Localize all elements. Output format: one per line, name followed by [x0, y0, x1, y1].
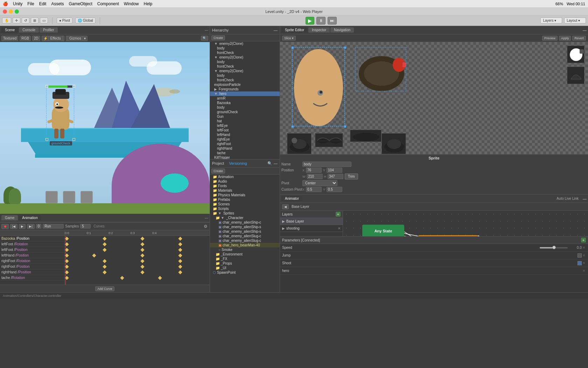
effects-button[interactable]: ⚡ Effects: [42, 36, 64, 41]
list-item[interactable]: 📁 _Props: [210, 261, 280, 266]
anim-next[interactable]: ▶|: [27, 224, 34, 229]
idle-state-node[interactable]: Idle: [418, 235, 478, 236]
list-item[interactable]: ▼ enemy2(Clone): [210, 69, 280, 73]
list-item[interactable]: leftHand: [210, 132, 280, 137]
speed-slider[interactable]: [540, 247, 568, 248]
pause-button[interactable]: ⏸: [316, 17, 326, 25]
hierarchy-close[interactable]: —: [274, 28, 278, 32]
add-curve-button[interactable]: Add Curve: [95, 286, 114, 291]
list-item[interactable]: body: [210, 46, 280, 50]
rect-tool[interactable]: ▭: [40, 18, 48, 23]
list-item[interactable]: frontCheck: [210, 64, 280, 69]
list-item[interactable]: tache: [210, 151, 280, 155]
hero-delete[interactable]: ✕: [582, 269, 586, 273]
hand-tool[interactable]: ✋: [2, 18, 11, 23]
layout-dropdown[interactable]: Layout ▾: [564, 18, 586, 23]
list-item[interactable]: rightFoot: [210, 142, 280, 146]
menu-assets[interactable]: Assets: [51, 1, 64, 6]
add-param-button[interactable]: +: [581, 238, 586, 243]
list-item[interactable]: 📁 Fonts: [210, 184, 280, 188]
tab-navigation[interactable]: Navigation: [330, 27, 354, 33]
list-item[interactable]: ⬡ SpawnPoint: [210, 270, 280, 275]
rotate-tool[interactable]: ↺: [22, 18, 29, 23]
base-layer-item[interactable]: ▶ Base Layer: [280, 218, 343, 225]
list-item[interactable]: groundCheck: [210, 110, 280, 114]
tab-sprite-editor[interactable]: Sprite Editor: [281, 27, 308, 33]
list-item[interactable]: explosionParticle: [210, 82, 280, 87]
speed-delete[interactable]: ✕: [582, 246, 586, 250]
scale-tool[interactable]: ⊞: [31, 18, 38, 23]
maximize-button[interactable]: [15, 9, 19, 14]
animator-back[interactable]: ◀: [282, 204, 289, 209]
hierarchy-create[interactable]: Create: [211, 35, 225, 40]
list-item[interactable]: armR: [210, 96, 280, 101]
list-item[interactable]: 📁 Scripts: [210, 206, 280, 211]
rgb-select[interactable]: RGB: [20, 36, 31, 41]
list-item-hero-sprite[interactable]: ▣ char_hero_beanMan-40: [210, 243, 280, 247]
pivot-button[interactable]: ● Pivot: [57, 18, 72, 23]
list-item[interactable]: hat: [210, 119, 280, 123]
w-input[interactable]: [307, 174, 323, 179]
pos-x-input[interactable]: [306, 168, 322, 173]
any-state-node[interactable]: Any State: [362, 225, 404, 236]
global-button[interactable]: 🌐 Global: [75, 18, 96, 23]
versioning-tab[interactable]: Versioning: [229, 161, 247, 165]
list-item[interactable]: ▣ char_enemy_alienSlug-c: [210, 238, 280, 243]
list-item[interactable]: leftEye: [210, 123, 280, 128]
list-item[interactable]: ▣ char_enemy_alienSlug-c: [210, 234, 280, 238]
menu-file[interactable]: File: [27, 1, 34, 6]
tab-scene[interactable]: Scene: [1, 27, 18, 33]
trim-button[interactable]: Trim: [345, 173, 358, 179]
textured-select[interactable]: Textured: [1, 36, 18, 41]
list-item[interactable]: body: [210, 105, 280, 110]
scene-canvas[interactable]: groundCheck: [0, 42, 210, 214]
list-item[interactable]: 📁 _UI: [210, 266, 280, 270]
pivot-select[interactable]: Center: [302, 180, 337, 186]
menu-edit[interactable]: Edit: [39, 1, 47, 6]
tab-animation[interactable]: Animation: [19, 215, 41, 220]
step-button[interactable]: ⏭: [328, 17, 337, 25]
panel-close[interactable]: —: [205, 28, 208, 32]
2d-button[interactable]: 2D: [32, 36, 40, 41]
list-item[interactable]: body: [210, 73, 280, 78]
project-close[interactable]: —: [274, 161, 278, 166]
menu-gameobject[interactable]: GameObject: [69, 1, 92, 6]
shooting-layer-item[interactable]: ▶ shooting ✕: [280, 225, 343, 232]
animator-close[interactable]: —: [583, 197, 587, 201]
list-item[interactable]: 📁 Animation: [210, 175, 280, 179]
list-item[interactable]: rightEye: [210, 137, 280, 142]
close-button[interactable]: [3, 9, 7, 14]
gizmos-button[interactable]: Gizmos ▾: [66, 36, 88, 41]
samples-input[interactable]: 5: [80, 224, 91, 229]
list-item[interactable]: ▶ Foregrounds: [210, 87, 280, 91]
window-controls[interactable]: [3, 9, 19, 14]
list-item[interactable]: 📁 Audio: [210, 179, 280, 184]
jump-delete[interactable]: ✕: [582, 253, 586, 257]
list-item[interactable]: 📁 Prefabs: [210, 197, 280, 202]
shoot-delete[interactable]: ✕: [582, 261, 586, 265]
h-input[interactable]: [328, 174, 343, 179]
list-item-hero[interactable]: ▼ hero: [210, 91, 280, 96]
layers-dropdown[interactable]: Layers ▾: [540, 18, 562, 23]
menu-help[interactable]: Help: [144, 1, 152, 6]
anim-prev[interactable]: |◀: [10, 224, 18, 229]
apply-button[interactable]: Apply: [559, 36, 571, 41]
menu-window[interactable]: Window: [124, 1, 139, 6]
slice-button[interactable]: Slice ▾: [282, 36, 296, 41]
list-item[interactable]: KillTrigger: [210, 155, 280, 159]
anim-play[interactable]: ▶: [19, 224, 26, 229]
list-item[interactable]: body: [210, 60, 280, 64]
list-item[interactable]: ▣ char_enemy_alienShip-s: [210, 225, 280, 229]
cpx-input[interactable]: [306, 187, 322, 192]
list-item[interactable]: frontCheck: [210, 78, 280, 82]
preview-button[interactable]: Preview: [542, 36, 558, 41]
list-item[interactable]: Gun: [210, 114, 280, 119]
anim-settings[interactable]: ⚙: [203, 224, 208, 229]
list-item[interactable]: 📁 ▼ _Character: [210, 216, 280, 220]
record-button[interactable]: ⏺: [1, 224, 9, 229]
project-search[interactable]: 🔍: [267, 161, 272, 166]
list-item[interactable]: ○ Smoke: [210, 247, 280, 252]
add-layer-button[interactable]: +: [336, 212, 341, 217]
menu-unity[interactable]: Unity: [13, 1, 22, 6]
cpy-input[interactable]: [327, 187, 342, 192]
